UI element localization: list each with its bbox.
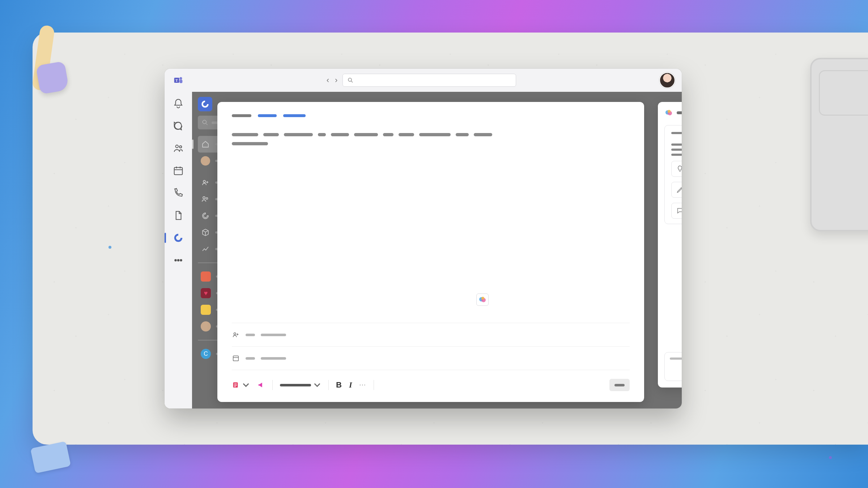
announcement-button[interactable] <box>257 381 265 389</box>
more-formatting[interactable]: ··· <box>359 382 366 388</box>
nav-rail <box>165 92 192 408</box>
user-avatar[interactable] <box>659 72 675 88</box>
copilot-logo-icon <box>664 108 673 117</box>
copilot-title <box>677 111 682 114</box>
teams-logo-icon: T <box>173 75 183 85</box>
people-icon <box>232 331 240 339</box>
bold-button[interactable]: B <box>336 380 342 390</box>
nav-activity[interactable] <box>172 97 185 110</box>
svg-point-12 <box>175 260 176 261</box>
italic-button[interactable]: I <box>349 380 352 390</box>
share-button[interactable] <box>609 379 630 391</box>
loop-page: B I ··· ✕ <box>217 102 644 402</box>
svg-point-19 <box>206 198 208 200</box>
svg-rect-3 <box>180 80 183 83</box>
text-style-picker[interactable] <box>280 381 321 389</box>
copilot-panel: ✕ <box>658 102 682 388</box>
svg-point-15 <box>203 120 206 124</box>
suggestion-describe[interactable] <box>671 203 682 219</box>
svg-point-13 <box>178 260 179 261</box>
svg-point-18 <box>203 197 205 199</box>
copilot-input[interactable] <box>664 352 682 381</box>
nav-back-button[interactable]: ‹ <box>327 76 329 84</box>
component-picker[interactable] <box>232 381 250 389</box>
nav-calls[interactable] <box>172 187 185 200</box>
svg-line-16 <box>206 124 208 125</box>
nav-files[interactable] <box>172 209 185 222</box>
svg-rect-24 <box>233 356 239 361</box>
svg-point-7 <box>179 146 182 148</box>
nav-calendar[interactable] <box>172 164 185 177</box>
breadcrumb[interactable] <box>232 114 630 117</box>
suggestion-brainstorm[interactable] <box>671 161 682 177</box>
calendar-icon <box>232 354 240 362</box>
svg-point-2 <box>180 77 182 80</box>
svg-point-22 <box>481 297 484 300</box>
search-icon <box>347 77 354 84</box>
pencil-icon <box>676 186 682 194</box>
assignees-row[interactable] <box>232 326 630 343</box>
svg-rect-8 <box>174 167 183 175</box>
nav-loop[interactable] <box>172 231 185 244</box>
copilot-welcome-card <box>664 125 682 224</box>
svg-point-32 <box>668 110 671 113</box>
svg-line-5 <box>352 81 353 82</box>
lightbulb-icon <box>676 165 682 173</box>
titlebar: T ‹ › Search <box>165 69 682 92</box>
nav-chat[interactable] <box>172 119 185 132</box>
copilot-fab[interactable] <box>476 294 489 306</box>
svg-point-14 <box>180 260 182 261</box>
svg-rect-29 <box>234 386 236 387</box>
page-editor[interactable] <box>232 133 492 278</box>
svg-text:T: T <box>175 78 178 82</box>
svg-point-4 <box>348 78 352 81</box>
suggestion-draft[interactable] <box>671 182 682 198</box>
loop-workspace-icon[interactable] <box>198 97 212 111</box>
svg-point-23 <box>234 333 236 335</box>
svg-rect-27 <box>234 384 237 384</box>
search-input[interactable]: Search <box>342 74 516 87</box>
svg-point-17 <box>203 180 205 183</box>
chat-icon <box>676 207 682 215</box>
editor-toolbar: B I ··· <box>232 375 630 395</box>
workspace: ♥ C <box>192 92 682 408</box>
svg-rect-28 <box>234 385 237 386</box>
nav-more[interactable] <box>172 254 185 267</box>
teams-app-window: T ‹ › Search <box>165 69 682 408</box>
svg-point-6 <box>176 145 179 148</box>
nav-forward-button[interactable]: › <box>335 76 337 84</box>
due-date-row[interactable] <box>232 350 630 367</box>
nav-teams[interactable] <box>172 142 185 155</box>
